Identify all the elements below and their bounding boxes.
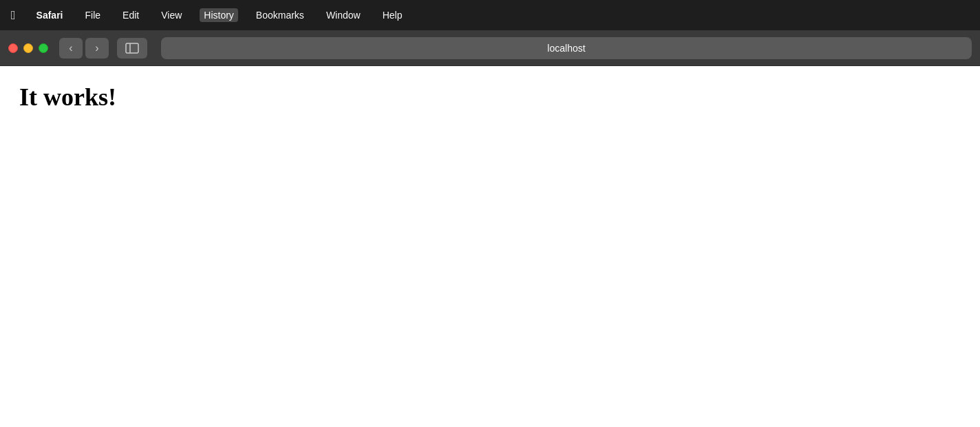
menu-file[interactable]: File xyxy=(81,8,105,22)
address-bar[interactable] xyxy=(161,37,972,59)
forward-button[interactable]: › xyxy=(85,38,109,59)
back-button[interactable]: ‹ xyxy=(59,38,83,59)
menu-edit[interactable]: Edit xyxy=(118,8,143,22)
close-button[interactable] xyxy=(8,43,18,53)
nav-buttons: ‹ › xyxy=(59,38,109,59)
page-heading: It works! xyxy=(19,83,961,112)
menu-bookmarks[interactable]: Bookmarks xyxy=(252,8,308,22)
sidebar-toggle-button[interactable] xyxy=(117,38,147,59)
back-icon: ‹ xyxy=(69,42,72,54)
menu-view[interactable]: View xyxy=(157,8,186,22)
apple-menu-icon[interactable]:  xyxy=(11,8,16,23)
menu-help[interactable]: Help xyxy=(379,8,407,22)
minimize-button[interactable] xyxy=(23,43,33,53)
menu-window[interactable]: Window xyxy=(322,8,365,22)
menu-safari[interactable]: Safari xyxy=(32,8,67,22)
address-bar-container xyxy=(161,37,972,59)
menu-bar:  Safari File Edit View History Bookmark… xyxy=(0,0,980,30)
browser-content: It works! xyxy=(0,66,980,427)
maximize-button[interactable] xyxy=(39,43,48,53)
browser-toolbar: ‹ › xyxy=(0,30,980,66)
forward-icon: › xyxy=(95,42,98,54)
menu-history[interactable]: History xyxy=(200,8,238,22)
traffic-lights xyxy=(8,43,48,53)
sidebar-toggle-icon xyxy=(125,43,139,54)
svg-rect-0 xyxy=(126,43,138,53)
